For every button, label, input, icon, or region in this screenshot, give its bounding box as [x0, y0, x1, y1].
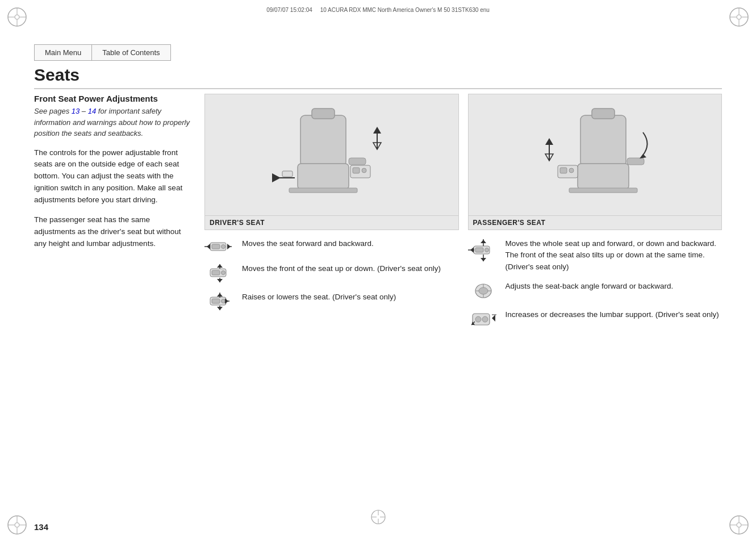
adj-text-lumbar: Increases or decreases the lumbar suppor… [506, 309, 722, 320]
svg-point-55 [222, 299, 225, 303]
passengers-seat-column: PASSENGER'S SEAT [468, 94, 722, 508]
svg-rect-34 [349, 158, 366, 165]
para2: The passenger seat has the same adjustme… [34, 214, 193, 250]
svg-rect-25 [298, 164, 349, 189]
svg-marker-73 [640, 154, 646, 159]
left-column: Front Seat Power Adjustments See pages 1… [34, 94, 204, 508]
svg-point-7 [737, 15, 741, 19]
section-title: Front Seat Power Adjustments [34, 94, 193, 103]
svg-point-48 [222, 271, 225, 275]
passengers-adj-list: Moves the whole seat up and forward, or … [468, 238, 722, 330]
svg-point-41 [222, 245, 225, 249]
svg-rect-69 [569, 188, 637, 193]
svg-rect-35 [289, 188, 357, 193]
front-tilt-icon [204, 263, 235, 283]
drivers-seat-diagram [204, 94, 459, 216]
meta-timestamp: 09/07/07 15:02:04 [266, 7, 312, 13]
nav-buttons: Main Menu Table of Contents [34, 44, 171, 61]
fwd-back-icon [204, 238, 235, 255]
adj-item-raise-lower: Raises or lowers the seat. (Driver's sea… [204, 291, 459, 312]
svg-point-84 [479, 287, 488, 294]
svg-rect-75 [475, 248, 483, 252]
page-title: Seats [34, 65, 722, 89]
page-link-14[interactable]: 14 [88, 107, 96, 115]
svg-rect-33 [282, 171, 293, 177]
svg-point-67 [569, 168, 574, 173]
adj-item-fwd-back: Moves the seat forward and backward. [204, 238, 459, 255]
svg-point-91 [482, 316, 488, 322]
adj-item-whole-seat: Moves the whole seat up and forward, or … [468, 238, 722, 273]
svg-rect-63 [578, 164, 629, 189]
seatback-icon [468, 281, 499, 301]
drivers-seat-column: DRIVER'S SEAT Moves the seat forward [204, 94, 459, 508]
crosshair-bottom [370, 508, 387, 527]
adj-text-whole-seat: Moves the whole seat up and forward, or … [506, 238, 722, 273]
svg-rect-28 [353, 168, 360, 173]
svg-point-13 [15, 523, 19, 527]
page-number: 134 [34, 522, 48, 532]
lumbar-icon [468, 309, 499, 330]
svg-rect-54 [212, 299, 220, 303]
main-menu-button[interactable]: Main Menu [34, 44, 91, 61]
meta-bar: 09/07/07 15:02:04 10 ACURA RDX MMC North… [34, 7, 722, 13]
svg-rect-40 [212, 244, 220, 249]
adj-text-front-tilt: Moves the front of the seat up or down. … [242, 263, 459, 274]
svg-point-19 [737, 523, 741, 527]
raise-lower-icon [204, 291, 235, 312]
adj-item-seatback: Adjusts the seat-back angle forward or b… [468, 281, 722, 301]
svg-rect-47 [212, 270, 220, 275]
drivers-adj-list: Moves the seat forward and backward. Mov [204, 238, 459, 312]
corner-decoration-bl [6, 514, 28, 536]
svg-rect-66 [560, 168, 567, 173]
svg-rect-26 [312, 109, 335, 119]
corner-decoration-tl [6, 6, 28, 28]
passengers-seat-label: PASSENGER'S SEAT [468, 216, 722, 230]
meta-docinfo: 10 ACURA RDX MMC North America Owner's M… [320, 7, 490, 13]
corner-decoration-tr [728, 6, 750, 28]
svg-rect-68 [627, 158, 644, 165]
toc-button[interactable]: Table of Contents [91, 44, 170, 61]
corner-decoration-br [728, 514, 750, 536]
svg-point-90 [475, 316, 481, 322]
adj-text-seatback: Adjusts the seat-back angle forward or b… [506, 281, 722, 292]
adj-item-lumbar: Increases or decreases the lumbar suppor… [468, 309, 722, 330]
svg-point-76 [484, 248, 488, 252]
svg-marker-92 [492, 315, 495, 322]
adj-item-front-tilt: Moves the front of the seat up or down. … [204, 263, 459, 283]
para1: The controls for the power adjustable fr… [34, 147, 193, 207]
svg-point-1 [15, 15, 19, 19]
page-link-13[interactable]: 13 [72, 107, 80, 115]
passengers-seat-diagram [468, 94, 722, 216]
svg-marker-36 [373, 127, 381, 134]
section-italic: See pages 13 – 14 for important safety i… [34, 106, 193, 139]
whole-seat-icon [468, 238, 499, 263]
svg-rect-64 [592, 109, 615, 119]
drivers-seat-label: DRIVER'S SEAT [204, 216, 459, 230]
adj-text-raise-lower: Raises or lowers the seat. (Driver's sea… [242, 291, 459, 303]
main-content: Front Seat Power Adjustments See pages 1… [34, 94, 722, 508]
svg-point-29 [362, 168, 366, 173]
svg-marker-70 [545, 138, 553, 145]
svg-rect-62 [580, 115, 626, 166]
svg-rect-24 [300, 115, 346, 166]
adj-text-fwd-back: Moves the seat forward and backward. [242, 238, 459, 249]
